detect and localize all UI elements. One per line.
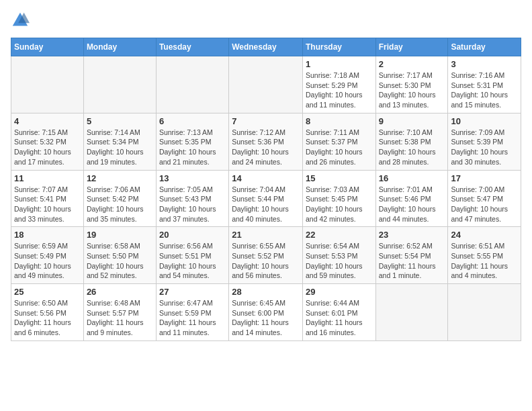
column-header-monday: Monday (83, 38, 156, 56)
calendar-cell: 16Sunrise: 7:01 AM Sunset: 5:46 PM Dayli… (375, 170, 448, 227)
day-detail: Sunrise: 7:06 AM Sunset: 5:42 PM Dayligh… (87, 185, 153, 224)
day-detail: Sunrise: 7:04 AM Sunset: 5:44 PM Dayligh… (232, 185, 300, 224)
day-detail: Sunrise: 7:15 AM Sunset: 5:32 PM Dayligh… (14, 128, 81, 167)
day-detail: Sunrise: 7:14 AM Sunset: 5:34 PM Dayligh… (87, 128, 153, 167)
calendar-week-3: 11Sunrise: 7:07 AM Sunset: 5:41 PM Dayli… (11, 170, 521, 227)
day-detail: Sunrise: 6:47 AM Sunset: 5:59 PM Dayligh… (159, 298, 226, 338)
day-number: 17 (451, 173, 518, 183)
day-detail: Sunrise: 6:45 AM Sunset: 6:00 PM Dayligh… (232, 298, 300, 338)
calendar-cell: 13Sunrise: 7:05 AM Sunset: 5:43 PM Dayli… (156, 170, 228, 227)
calendar-cell: 22Sunrise: 6:54 AM Sunset: 5:53 PM Dayli… (302, 227, 375, 284)
day-detail: Sunrise: 7:00 AM Sunset: 5:47 PM Dayligh… (451, 185, 518, 224)
day-detail: Sunrise: 7:03 AM Sunset: 5:45 PM Dayligh… (306, 185, 373, 224)
day-detail: Sunrise: 7:05 AM Sunset: 5:43 PM Dayligh… (159, 185, 226, 224)
day-number: 22 (306, 230, 373, 240)
day-detail: Sunrise: 7:13 AM Sunset: 5:35 PM Dayligh… (159, 128, 226, 167)
column-header-tuesday: Tuesday (156, 38, 228, 56)
calendar-week-5: 25Sunrise: 6:50 AM Sunset: 5:56 PM Dayli… (11, 284, 521, 341)
day-number: 4 (14, 116, 81, 126)
day-detail: Sunrise: 6:48 AM Sunset: 5:57 PM Dayligh… (87, 298, 153, 338)
day-number: 9 (379, 116, 445, 126)
calendar-cell: 8Sunrise: 7:11 AM Sunset: 5:37 PM Daylig… (302, 113, 375, 170)
calendar-week-2: 4Sunrise: 7:15 AM Sunset: 5:32 PM Daylig… (11, 113, 521, 170)
day-number: 29 (306, 287, 373, 297)
day-number: 19 (87, 230, 153, 240)
calendar-cell (375, 284, 448, 341)
day-number: 27 (159, 287, 226, 297)
day-detail: Sunrise: 6:54 AM Sunset: 5:53 PM Dayligh… (306, 241, 373, 281)
day-number: 6 (159, 116, 226, 126)
day-number: 2 (379, 59, 445, 69)
day-number: 20 (159, 230, 226, 240)
calendar-cell: 28Sunrise: 6:45 AM Sunset: 6:00 PM Dayli… (229, 284, 303, 341)
calendar-cell: 18Sunrise: 6:59 AM Sunset: 5:49 PM Dayli… (11, 227, 84, 284)
day-detail: Sunrise: 6:51 AM Sunset: 5:55 PM Dayligh… (451, 241, 518, 281)
day-detail: Sunrise: 7:01 AM Sunset: 5:46 PM Dayligh… (379, 185, 445, 224)
day-number: 24 (451, 230, 518, 240)
day-number: 14 (232, 173, 300, 183)
day-detail: Sunrise: 6:50 AM Sunset: 5:56 PM Dayligh… (14, 298, 81, 338)
day-number: 1 (306, 59, 373, 69)
day-number: 11 (14, 173, 81, 183)
day-number: 8 (306, 116, 373, 126)
logo (11, 11, 32, 30)
day-number: 3 (451, 59, 518, 69)
calendar-cell: 15Sunrise: 7:03 AM Sunset: 5:45 PM Dayli… (302, 170, 375, 227)
day-number: 12 (87, 173, 153, 183)
calendar-cell (11, 56, 84, 113)
calendar-cell: 9Sunrise: 7:10 AM Sunset: 5:38 PM Daylig… (375, 113, 448, 170)
day-detail: Sunrise: 6:58 AM Sunset: 5:50 PM Dayligh… (87, 241, 153, 281)
day-number: 16 (379, 173, 445, 183)
calendar-cell: 19Sunrise: 6:58 AM Sunset: 5:50 PM Dayli… (83, 227, 156, 284)
day-detail: Sunrise: 7:07 AM Sunset: 5:41 PM Dayligh… (14, 185, 81, 224)
day-detail: Sunrise: 6:59 AM Sunset: 5:49 PM Dayligh… (14, 241, 81, 281)
calendar-cell: 1Sunrise: 7:18 AM Sunset: 5:29 PM Daylig… (302, 56, 375, 113)
calendar-cell: 2Sunrise: 7:17 AM Sunset: 5:30 PM Daylig… (375, 56, 448, 113)
calendar-header-row: SundayMondayTuesdayWednesdayThursdayFrid… (11, 38, 521, 56)
calendar-cell (156, 56, 228, 113)
calendar-cell: 26Sunrise: 6:48 AM Sunset: 5:57 PM Dayli… (83, 284, 156, 341)
day-number: 26 (87, 287, 153, 297)
day-number: 25 (14, 287, 81, 297)
day-number: 7 (232, 116, 300, 126)
calendar-week-1: 1Sunrise: 7:18 AM Sunset: 5:29 PM Daylig… (11, 56, 521, 113)
calendar-cell: 14Sunrise: 7:04 AM Sunset: 5:44 PM Dayli… (229, 170, 303, 227)
day-number: 21 (232, 230, 300, 240)
day-detail: Sunrise: 7:12 AM Sunset: 5:36 PM Dayligh… (232, 128, 300, 167)
day-detail: Sunrise: 7:17 AM Sunset: 5:30 PM Dayligh… (379, 71, 445, 110)
calendar-cell: 12Sunrise: 7:06 AM Sunset: 5:42 PM Dayli… (83, 170, 156, 227)
day-number: 18 (14, 230, 81, 240)
day-number: 23 (379, 230, 445, 240)
day-number: 15 (306, 173, 373, 183)
day-number: 13 (159, 173, 226, 183)
day-detail: Sunrise: 6:56 AM Sunset: 5:51 PM Dayligh… (159, 241, 226, 281)
calendar-cell: 23Sunrise: 6:52 AM Sunset: 5:54 PM Dayli… (375, 227, 448, 284)
column-header-wednesday: Wednesday (229, 38, 303, 56)
calendar-cell: 7Sunrise: 7:12 AM Sunset: 5:36 PM Daylig… (229, 113, 303, 170)
calendar-cell (448, 284, 521, 341)
day-number: 5 (87, 116, 153, 126)
day-detail: Sunrise: 6:52 AM Sunset: 5:54 PM Dayligh… (379, 241, 445, 281)
calendar-cell: 11Sunrise: 7:07 AM Sunset: 5:41 PM Dayli… (11, 170, 84, 227)
page-header (11, 11, 521, 30)
column-header-saturday: Saturday (448, 38, 521, 56)
calendar-cell: 4Sunrise: 7:15 AM Sunset: 5:32 PM Daylig… (11, 113, 84, 170)
day-number: 28 (232, 287, 300, 297)
day-detail: Sunrise: 6:44 AM Sunset: 6:01 PM Dayligh… (306, 298, 373, 338)
calendar-table: SundayMondayTuesdayWednesdayThursdayFrid… (11, 38, 521, 341)
calendar-cell: 17Sunrise: 7:00 AM Sunset: 5:47 PM Dayli… (448, 170, 521, 227)
calendar-cell (229, 56, 303, 113)
calendar-cell: 29Sunrise: 6:44 AM Sunset: 6:01 PM Dayli… (302, 284, 375, 341)
day-detail: Sunrise: 7:16 AM Sunset: 5:31 PM Dayligh… (451, 71, 518, 110)
day-detail: Sunrise: 7:10 AM Sunset: 5:38 PM Dayligh… (379, 128, 445, 167)
column-header-friday: Friday (375, 38, 448, 56)
calendar-cell: 3Sunrise: 7:16 AM Sunset: 5:31 PM Daylig… (448, 56, 521, 113)
day-detail: Sunrise: 7:11 AM Sunset: 5:37 PM Dayligh… (306, 128, 373, 167)
calendar-cell (83, 56, 156, 113)
calendar-cell: 10Sunrise: 7:09 AM Sunset: 5:39 PM Dayli… (448, 113, 521, 170)
calendar-cell: 5Sunrise: 7:14 AM Sunset: 5:34 PM Daylig… (83, 113, 156, 170)
column-header-thursday: Thursday (302, 38, 375, 56)
column-header-sunday: Sunday (11, 38, 84, 56)
calendar-cell: 20Sunrise: 6:56 AM Sunset: 5:51 PM Dayli… (156, 227, 228, 284)
logo-icon (11, 11, 30, 30)
